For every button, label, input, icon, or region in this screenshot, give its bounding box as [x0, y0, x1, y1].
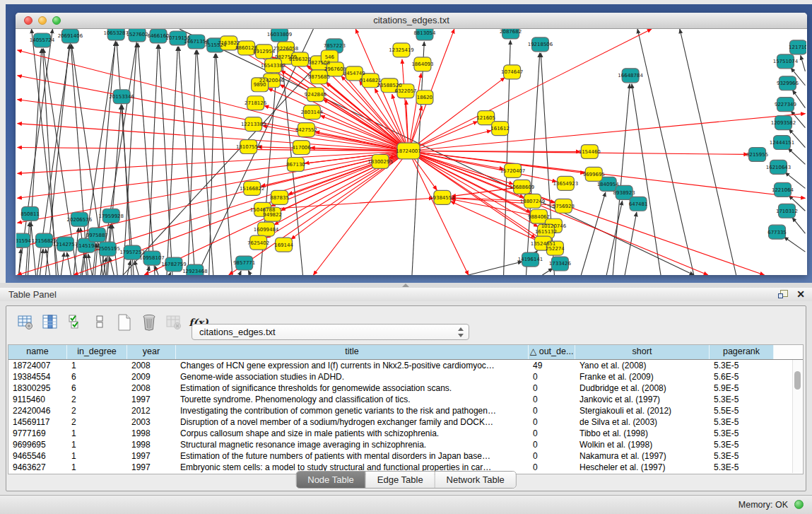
cell-title[interactable]: Corpus callosum shape and size in male p…: [176, 428, 529, 439]
cell-title[interactable]: Disruption of a novel member of a sodium…: [176, 416, 529, 428]
cell-out_de[interactable]: 0: [529, 439, 575, 450]
close-panel-icon[interactable]: ✕: [796, 289, 805, 299]
cell-short[interactable]: de Silva et al. (2003): [575, 416, 710, 428]
cell-pagerank[interactable]: 5.3E-5: [710, 416, 774, 428]
row-height-icon[interactable]: [90, 313, 109, 332]
scrollbar-thumb[interactable]: [794, 371, 801, 390]
cell-out_de[interactable]: 0: [529, 382, 575, 394]
cell-title[interactable]: Changes of HCN gene expression and I(f) …: [176, 360, 529, 371]
cell-in_degree[interactable]: 2: [67, 416, 127, 428]
cell-out_de[interactable]: 0: [529, 450, 575, 462]
table-row[interactable]: 977716911998Corpus callosum shape and si…: [8, 428, 803, 439]
cell-pagerank[interactable]: 5.3E-5: [710, 428, 774, 439]
new-table-icon[interactable]: [115, 313, 134, 332]
cell-short[interactable]: Jankovic et al. (1997): [575, 394, 710, 405]
cell-pagerank[interactable]: 5.3E-5: [710, 394, 774, 405]
table-row[interactable]: 2242004622012Investigating the contribut…: [8, 405, 803, 416]
column-header-short[interactable]: short: [575, 345, 710, 359]
column-settings-icon[interactable]: [16, 313, 35, 332]
column-header-name[interactable]: name: [8, 345, 67, 359]
delete-table-icon[interactable]: [140, 313, 158, 332]
table-row[interactable]: 1938455462009Genome-wide association stu…: [8, 371, 803, 382]
column-header-in_degree[interactable]: in_degree: [67, 345, 127, 359]
column-header-out_de[interactable]: △ out_de...: [529, 345, 575, 359]
network-window[interactable]: citations_edges.txt 14055724206914061065…: [16, 13, 807, 275]
delete-column-disabled-icon[interactable]: [165, 313, 183, 332]
cell-out_de[interactable]: 0: [529, 405, 575, 416]
cell-name[interactable]: 22420046: [8, 405, 67, 416]
table-row[interactable]: 1830029562008Estimation of significance …: [8, 382, 803, 394]
cell-in_degree[interactable]: 6: [67, 382, 127, 394]
cell-pagerank[interactable]: 5.6E-5: [710, 371, 774, 382]
cell-year[interactable]: 1997: [127, 394, 176, 405]
cell-out_de[interactable]: 0: [529, 416, 575, 428]
cell-in_degree[interactable]: 2: [67, 405, 127, 416]
cell-pagerank[interactable]: 5.3E-5: [710, 439, 774, 450]
cell-year[interactable]: 1998: [127, 439, 176, 450]
cell-title[interactable]: Tourette syndrome. Phenomenology and cla…: [176, 394, 529, 405]
network-table-selector[interactable]: citations_edges.txt: [192, 324, 469, 340]
column-header-title[interactable]: title: [176, 345, 529, 359]
cell-in_degree[interactable]: 1: [67, 439, 127, 450]
cell-short[interactable]: Yano et al. (2008): [575, 360, 710, 371]
table-row[interactable]: 911546021997Tourette syndrome. Phenomeno…: [8, 394, 803, 405]
divider-grip-icon[interactable]: [402, 284, 409, 287]
cell-name[interactable]: 9115460: [8, 394, 67, 405]
cell-year[interactable]: 1997: [127, 450, 176, 462]
cell-name[interactable]: 18300295: [8, 382, 67, 394]
cell-name[interactable]: 9465546: [8, 450, 67, 462]
cell-name[interactable]: 9699695: [8, 439, 67, 450]
select-rows-icon[interactable]: [66, 313, 84, 332]
cell-year[interactable]: 1998: [127, 428, 176, 439]
network-canvas[interactable]: 1405572420691406106532871527602646616010…: [16, 29, 806, 275]
table-row[interactable]: 1456911722003Disruption of a novel membe…: [8, 416, 803, 428]
cell-name[interactable]: 14569117: [8, 416, 67, 428]
cell-title[interactable]: Genome-wide association studies in ADHD.: [176, 371, 529, 382]
cell-title[interactable]: Structural magnetic resonance image aver…: [176, 439, 529, 450]
split-divider[interactable]: [0, 283, 812, 288]
cell-out_de[interactable]: 0: [529, 394, 575, 405]
select-column-icon[interactable]: [41, 313, 59, 332]
cell-in_degree[interactable]: 1: [67, 428, 127, 439]
cell-in_degree[interactable]: 1: [67, 360, 127, 371]
float-panel-icon[interactable]: [778, 290, 788, 299]
cell-out_de[interactable]: 0: [529, 428, 575, 439]
network-graph[interactable]: 1405572420691406106532871527602646616010…: [16, 29, 806, 275]
cell-name[interactable]: 19384554: [8, 371, 67, 382]
cell-year[interactable]: 2008: [127, 360, 176, 371]
cell-name[interactable]: 9777169: [8, 428, 67, 439]
cell-in_degree[interactable]: 6: [67, 371, 127, 382]
cell-pagerank[interactable]: 5.3E-5: [710, 450, 774, 462]
cell-name[interactable]: 18724007: [8, 360, 67, 371]
cell-in_degree[interactable]: 2: [67, 394, 127, 405]
column-header-year[interactable]: year: [127, 345, 176, 359]
table-row[interactable]: 969969511998Structural magnetic resonanc…: [8, 439, 803, 450]
cell-year[interactable]: 2008: [127, 382, 176, 394]
cell-short[interactable]: Stergiakouli et al. (2012): [575, 405, 710, 416]
cell-short[interactable]: Wolkin et al. (1998): [575, 439, 710, 450]
cell-year[interactable]: 2012: [127, 405, 176, 416]
cell-short[interactable]: Dudbridge et al. (2008): [575, 382, 710, 394]
cell-in_degree[interactable]: 1: [67, 450, 127, 462]
cell-pagerank[interactable]: 5.9E-5: [710, 382, 774, 394]
cell-title[interactable]: Estimation of significance thresholds fo…: [176, 382, 529, 394]
cell-year[interactable]: 2009: [127, 371, 176, 382]
cell-title[interactable]: Investigating the contribution of common…: [176, 405, 529, 416]
window-titlebar[interactable]: citations_edges.txt: [16, 13, 807, 29]
cell-short[interactable]: Nakamura et al. (1997): [575, 450, 710, 462]
tab-edge-table[interactable]: Edge Table: [366, 472, 435, 488]
table-row[interactable]: 1872400712008Changes of HCN gene express…: [8, 360, 803, 371]
cell-out_de[interactable]: 0: [529, 371, 575, 382]
column-header-pagerank[interactable]: pagerank: [710, 345, 774, 359]
table-scrollbar[interactable]: [792, 360, 802, 473]
cell-title[interactable]: Estimation of the future numbers of pati…: [176, 450, 529, 462]
tab-node-table[interactable]: Node Table: [296, 472, 366, 488]
tab-network-table[interactable]: Network Table: [435, 472, 516, 488]
table-row[interactable]: 946554611997Estimation of the future num…: [8, 450, 803, 462]
cell-pagerank[interactable]: 5.5E-5: [710, 405, 774, 416]
cell-year[interactable]: 2003: [127, 416, 176, 428]
cell-pagerank[interactable]: 5.3E-5: [710, 360, 774, 371]
cell-short[interactable]: Tibbo et al. (1998): [575, 428, 710, 439]
cell-short[interactable]: Franke et al. (2009): [575, 371, 710, 382]
cell-out_de[interactable]: 49: [529, 360, 575, 371]
